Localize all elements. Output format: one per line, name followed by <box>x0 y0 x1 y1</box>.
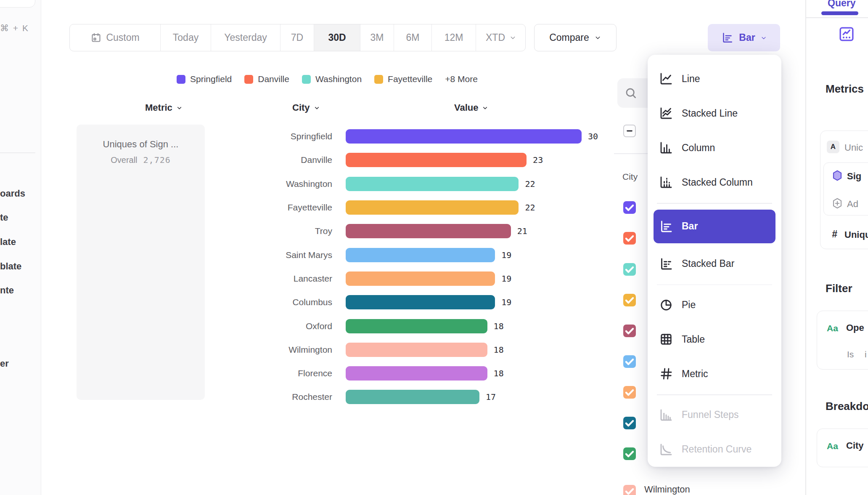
compare-button[interactable]: Compare <box>534 24 617 51</box>
tab-active-indicator <box>821 11 858 15</box>
menu-item-funnel-steps: Funnel Steps <box>654 401 775 429</box>
bar-category-label: Columbus <box>252 297 332 307</box>
chart-type-label: Bar <box>739 32 755 43</box>
breakdown-checkbox[interactable] <box>623 325 636 337</box>
add-event-icon[interactable] <box>831 197 844 210</box>
add-event-label[interactable]: Ad <box>847 199 858 210</box>
bar[interactable] <box>346 319 487 333</box>
legend-item-washington[interactable]: Washington <box>302 74 362 84</box>
filter-card[interactable] <box>817 311 868 370</box>
sidebar-item[interactable]: nte <box>0 285 14 296</box>
sidebar-item[interactable]: blate <box>0 261 21 272</box>
check-icon <box>623 325 636 337</box>
date-range-6m[interactable]: 6M <box>394 24 431 51</box>
bar[interactable] <box>346 129 582 144</box>
table-icon <box>659 332 674 347</box>
menu-item-column[interactable]: Column <box>654 134 775 162</box>
menu-item-stacked-column[interactable]: Stacked Column <box>654 168 775 196</box>
formula-name-label[interactable]: Uniqu <box>844 229 868 240</box>
overall-value: 2,726 <box>143 155 171 165</box>
funnel-steps-icon <box>659 407 674 423</box>
date-range-xtd[interactable]: XTD <box>476 24 526 51</box>
bar[interactable] <box>346 295 495 309</box>
date-range-3m[interactable]: 3M <box>360 24 394 51</box>
breakdown-checkbox[interactable] <box>623 294 636 306</box>
bar-value-label: 22 <box>525 202 535 213</box>
bar-chart: Springfield30Danville23Washington22Fayet… <box>252 125 598 409</box>
chart-type-button[interactable]: Bar <box>708 24 780 51</box>
menu-item-line[interactable]: Line <box>654 65 775 93</box>
bar-value-label: 19 <box>501 250 511 260</box>
menu-item-table[interactable]: Table <box>654 325 775 353</box>
bar-category-label: Lancaster <box>252 274 332 284</box>
bar-row-washington: Washington22 <box>252 172 598 196</box>
insights-chart-icon[interactable] <box>838 25 855 43</box>
bar[interactable] <box>346 224 511 238</box>
breakdown-property-label[interactable]: City <box>846 440 864 451</box>
column-header-city[interactable]: City <box>292 102 320 113</box>
date-range-7d[interactable]: 7D <box>280 24 314 51</box>
bar[interactable] <box>346 248 495 262</box>
legend-more-label[interactable]: +8 More <box>445 74 478 84</box>
breakdown-checkbox[interactable] <box>623 201 636 214</box>
date-range-12m[interactable]: 12M <box>431 24 476 51</box>
check-icon <box>623 232 636 245</box>
menu-item-pie[interactable]: Pie <box>654 291 775 319</box>
bar[interactable] <box>346 271 495 286</box>
sidebar-item[interactable]: te <box>0 212 8 223</box>
sidebar-item[interactable]: late <box>0 237 16 248</box>
event-card[interactable] <box>823 162 868 216</box>
bar[interactable] <box>346 343 487 357</box>
bar-row-wilmington: Wilmington18 <box>252 338 598 362</box>
sidebar-search-box[interactable] <box>0 0 35 8</box>
legend-item-fayetteville[interactable]: Fayetteville <box>374 74 432 84</box>
filter-property-label[interactable]: Ope <box>846 322 864 333</box>
date-range-today[interactable]: Today <box>160 24 211 51</box>
column-header-value[interactable]: Value <box>454 102 488 113</box>
sidebar-item[interactable]: oards <box>0 188 25 199</box>
legend-item-danville[interactable]: Danville <box>244 74 289 84</box>
metric-icon <box>659 366 674 381</box>
event-name-label[interactable]: Sig <box>847 171 861 182</box>
bar-row-rochester: Rochester17 <box>252 385 598 409</box>
breakdown-checkbox[interactable] <box>623 485 636 495</box>
breakdown-checkbox[interactable] <box>623 263 636 276</box>
date-range-30d[interactable]: 30D <box>314 24 360 51</box>
tab-query[interactable]: Query <box>828 0 855 9</box>
bar-row-florence: Florence18 <box>252 362 598 385</box>
menu-item-stacked-line[interactable]: Stacked Line <box>654 99 775 127</box>
breakdown-checkbox[interactable] <box>623 355 636 368</box>
filter-operator-label[interactable]: Is <box>847 349 854 359</box>
breakdown-checkbox[interactable] <box>623 232 636 245</box>
filter-value-label[interactable]: i <box>865 349 867 359</box>
sidebar-item[interactable]: er <box>0 358 9 369</box>
legend-item-springfield[interactable]: Springfield <box>177 74 232 84</box>
breakdown-checkbox[interactable] <box>623 417 636 429</box>
select-all-checkbox[interactable] <box>623 125 636 137</box>
menu-item-retention-curve: Retention Curve <box>654 436 775 463</box>
bar[interactable] <box>346 153 527 167</box>
bar[interactable] <box>346 200 519 215</box>
chevron-down-icon <box>760 35 767 41</box>
check-icon <box>623 447 636 460</box>
breakdown-item-label: Wilmington <box>644 484 690 495</box>
check-icon <box>623 386 636 399</box>
bar-row-oxford: Oxford18 <box>252 314 598 338</box>
bar-category-label: Washington <box>252 179 332 189</box>
check-icon <box>623 355 636 368</box>
chevron-down-icon <box>314 105 320 111</box>
breakdown-checkbox[interactable] <box>623 447 636 460</box>
menu-item-bar[interactable]: Bar <box>654 210 775 243</box>
breakdown-group-label: City <box>622 172 638 182</box>
date-range-yesterday[interactable]: Yesterday <box>211 24 280 51</box>
metric-summary-card[interactable]: Uniques of Sign ... Overall 2,726 <box>77 125 205 400</box>
date-range-custom[interactable]: Custom <box>70 24 160 51</box>
menu-item-stacked-bar[interactable]: Stacked Bar <box>654 250 775 278</box>
menu-item-metric[interactable]: Metric <box>654 360 775 388</box>
bar[interactable] <box>346 366 487 381</box>
column-icon <box>659 140 674 155</box>
bar[interactable] <box>346 177 519 191</box>
column-header-metric[interactable]: Metric <box>145 102 183 113</box>
breakdown-checkbox[interactable] <box>623 386 636 399</box>
bar[interactable] <box>346 390 479 404</box>
